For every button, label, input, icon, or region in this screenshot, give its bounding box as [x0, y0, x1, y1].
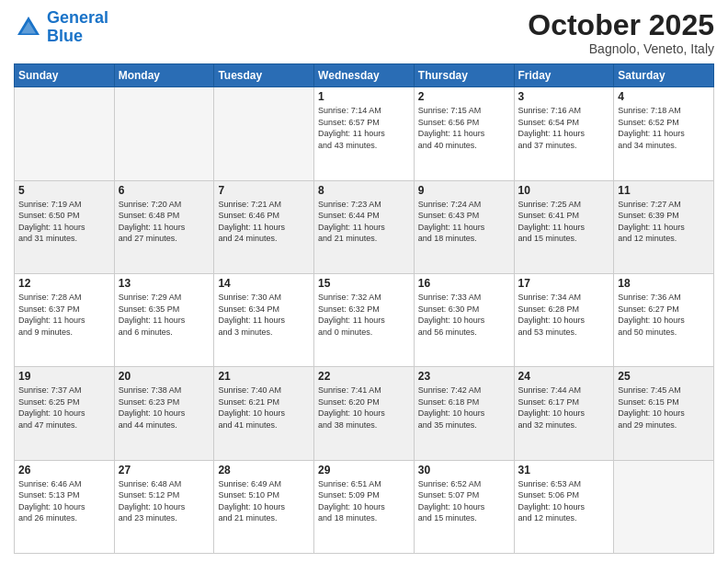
day-header-saturday: Saturday [614, 64, 714, 87]
month-title: October 2025 [528, 9, 714, 41]
day-info: Sunrise: 7:15 AM Sunset: 6:56 PM Dayligh… [418, 105, 510, 151]
day-header-tuesday: Tuesday [214, 64, 314, 87]
day-number: 30 [418, 464, 510, 477]
day-cell: 17Sunrise: 7:34 AM Sunset: 6:28 PM Dayli… [514, 273, 614, 366]
day-number: 12 [18, 277, 110, 290]
day-number: 28 [218, 464, 310, 477]
day-header-thursday: Thursday [414, 64, 514, 87]
day-info: Sunrise: 7:44 AM Sunset: 6:17 PM Dayligh… [518, 385, 610, 431]
day-number: 2 [418, 90, 510, 103]
week-row-1: 1Sunrise: 7:14 AM Sunset: 6:57 PM Daylig… [15, 87, 714, 180]
day-header-sunday: Sunday [15, 64, 115, 87]
calendar: SundayMondayTuesdayWednesdayThursdayFrid… [14, 63, 714, 554]
day-number: 3 [518, 90, 610, 103]
day-info: Sunrise: 6:51 AM Sunset: 5:09 PM Dayligh… [318, 478, 410, 524]
day-cell: 6Sunrise: 7:20 AM Sunset: 6:48 PM Daylig… [114, 180, 214, 273]
week-row-2: 5Sunrise: 7:19 AM Sunset: 6:50 PM Daylig… [15, 180, 714, 273]
day-info: Sunrise: 6:49 AM Sunset: 5:10 PM Dayligh… [218, 478, 310, 524]
day-cell [114, 87, 214, 180]
day-info: Sunrise: 7:21 AM Sunset: 6:46 PM Dayligh… [218, 199, 310, 245]
day-info: Sunrise: 6:52 AM Sunset: 5:07 PM Dayligh… [418, 478, 510, 524]
day-number: 27 [119, 464, 210, 477]
day-cell: 23Sunrise: 7:42 AM Sunset: 6:18 PM Dayli… [414, 367, 514, 460]
day-number: 6 [119, 184, 210, 197]
day-number: 25 [618, 370, 710, 383]
location: Bagnolo, Veneto, Italy [528, 41, 714, 56]
day-number: 26 [18, 464, 110, 477]
day-cell: 8Sunrise: 7:23 AM Sunset: 6:44 PM Daylig… [314, 180, 415, 273]
day-cell: 5Sunrise: 7:19 AM Sunset: 6:50 PM Daylig… [15, 180, 115, 273]
day-info: Sunrise: 7:34 AM Sunset: 6:28 PM Dayligh… [518, 292, 610, 338]
page: General Blue October 2025 Bagnolo, Venet… [0, 0, 728, 563]
day-cell: 9Sunrise: 7:24 AM Sunset: 6:43 PM Daylig… [414, 180, 514, 273]
day-cell: 4Sunrise: 7:18 AM Sunset: 6:52 PM Daylig… [614, 87, 714, 180]
day-cell: 31Sunrise: 6:53 AM Sunset: 5:06 PM Dayli… [514, 460, 614, 553]
day-cell: 16Sunrise: 7:33 AM Sunset: 6:30 PM Dayli… [414, 273, 514, 366]
day-cell: 15Sunrise: 7:32 AM Sunset: 6:32 PM Dayli… [314, 273, 415, 366]
day-info: Sunrise: 7:24 AM Sunset: 6:43 PM Dayligh… [418, 199, 510, 245]
day-cell: 29Sunrise: 6:51 AM Sunset: 5:09 PM Dayli… [314, 460, 415, 553]
day-cell: 13Sunrise: 7:29 AM Sunset: 6:35 PM Dayli… [114, 273, 214, 366]
day-info: Sunrise: 7:28 AM Sunset: 6:37 PM Dayligh… [18, 292, 110, 338]
day-number: 14 [218, 277, 310, 290]
days-header-row: SundayMondayTuesdayWednesdayThursdayFrid… [15, 64, 714, 87]
day-info: Sunrise: 7:25 AM Sunset: 6:41 PM Dayligh… [518, 199, 610, 245]
day-cell: 28Sunrise: 6:49 AM Sunset: 5:10 PM Dayli… [214, 460, 314, 553]
day-number: 20 [119, 370, 210, 383]
day-number: 11 [618, 184, 710, 197]
logo-text: General Blue [47, 9, 108, 46]
day-number: 24 [518, 370, 610, 383]
day-info: Sunrise: 7:32 AM Sunset: 6:32 PM Dayligh… [318, 292, 410, 338]
logo-general: General [47, 8, 108, 27]
day-info: Sunrise: 7:19 AM Sunset: 6:50 PM Dayligh… [18, 199, 110, 245]
day-info: Sunrise: 7:20 AM Sunset: 6:48 PM Dayligh… [119, 199, 210, 245]
day-info: Sunrise: 7:18 AM Sunset: 6:52 PM Dayligh… [618, 105, 710, 151]
day-info: Sunrise: 7:38 AM Sunset: 6:23 PM Dayligh… [119, 385, 210, 431]
day-cell: 14Sunrise: 7:30 AM Sunset: 6:34 PM Dayli… [214, 273, 314, 366]
day-info: Sunrise: 7:14 AM Sunset: 6:57 PM Dayligh… [318, 105, 410, 151]
day-header-monday: Monday [114, 64, 214, 87]
day-info: Sunrise: 6:48 AM Sunset: 5:12 PM Dayligh… [119, 478, 210, 524]
day-cell: 25Sunrise: 7:45 AM Sunset: 6:15 PM Dayli… [614, 367, 714, 460]
day-number: 18 [618, 277, 710, 290]
day-cell [15, 87, 115, 180]
day-cell [214, 87, 314, 180]
day-info: Sunrise: 7:40 AM Sunset: 6:21 PM Dayligh… [218, 385, 310, 431]
day-cell: 11Sunrise: 7:27 AM Sunset: 6:39 PM Dayli… [614, 180, 714, 273]
day-cell: 7Sunrise: 7:21 AM Sunset: 6:46 PM Daylig… [214, 180, 314, 273]
day-cell: 19Sunrise: 7:37 AM Sunset: 6:25 PM Dayli… [15, 367, 115, 460]
day-info: Sunrise: 7:36 AM Sunset: 6:27 PM Dayligh… [618, 292, 710, 338]
day-info: Sunrise: 7:27 AM Sunset: 6:39 PM Dayligh… [618, 199, 710, 245]
day-cell: 18Sunrise: 7:36 AM Sunset: 6:27 PM Dayli… [614, 273, 714, 366]
day-number: 15 [318, 277, 410, 290]
day-info: Sunrise: 7:30 AM Sunset: 6:34 PM Dayligh… [218, 292, 310, 338]
day-info: Sunrise: 7:16 AM Sunset: 6:54 PM Dayligh… [518, 105, 610, 151]
title-block: October 2025 Bagnolo, Veneto, Italy [528, 9, 714, 56]
day-cell: 12Sunrise: 7:28 AM Sunset: 6:37 PM Dayli… [15, 273, 115, 366]
week-row-3: 12Sunrise: 7:28 AM Sunset: 6:37 PM Dayli… [15, 273, 714, 366]
day-info: Sunrise: 7:41 AM Sunset: 6:20 PM Dayligh… [318, 385, 410, 431]
week-row-5: 26Sunrise: 6:46 AM Sunset: 5:13 PM Dayli… [15, 460, 714, 553]
day-number: 17 [518, 277, 610, 290]
day-number: 31 [518, 464, 610, 477]
day-header-wednesday: Wednesday [314, 64, 415, 87]
day-number: 16 [418, 277, 510, 290]
day-number: 4 [618, 90, 710, 103]
day-info: Sunrise: 7:33 AM Sunset: 6:30 PM Dayligh… [418, 292, 510, 338]
logo-icon [14, 13, 43, 42]
day-number: 23 [418, 370, 510, 383]
day-info: Sunrise: 7:29 AM Sunset: 6:35 PM Dayligh… [119, 292, 210, 338]
day-info: Sunrise: 7:42 AM Sunset: 6:18 PM Dayligh… [418, 385, 510, 431]
calendar-table: SundayMondayTuesdayWednesdayThursdayFrid… [14, 63, 714, 554]
header: General Blue October 2025 Bagnolo, Venet… [14, 9, 714, 56]
day-info: Sunrise: 7:45 AM Sunset: 6:15 PM Dayligh… [618, 385, 710, 431]
day-info: Sunrise: 6:46 AM Sunset: 5:13 PM Dayligh… [18, 478, 110, 524]
day-cell: 26Sunrise: 6:46 AM Sunset: 5:13 PM Dayli… [15, 460, 115, 553]
day-number: 21 [218, 370, 310, 383]
day-cell: 30Sunrise: 6:52 AM Sunset: 5:07 PM Dayli… [414, 460, 514, 553]
logo-blue: Blue [47, 27, 83, 45]
day-number: 22 [318, 370, 410, 383]
day-header-friday: Friday [514, 64, 614, 87]
day-number: 7 [218, 184, 310, 197]
day-number: 1 [318, 90, 410, 103]
